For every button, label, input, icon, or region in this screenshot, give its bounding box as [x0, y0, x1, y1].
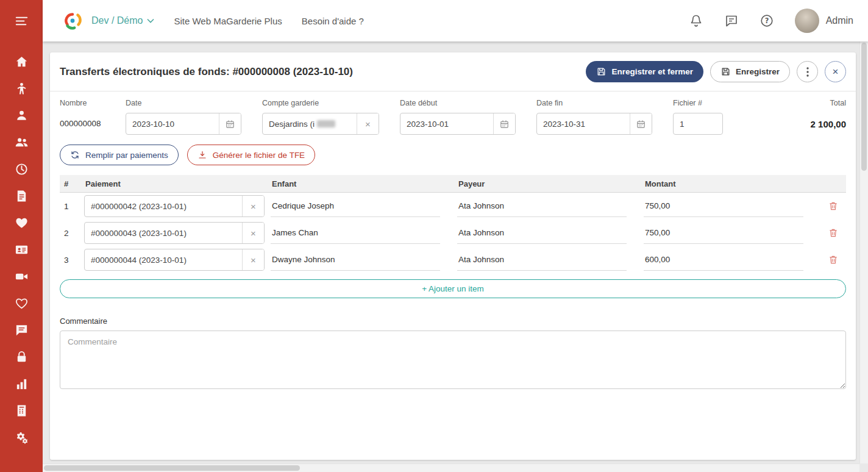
compte-garderie-label: Compte garderie — [262, 99, 379, 107]
fichier-input[interactable] — [674, 113, 722, 134]
items-table: # Paiement Enfant Payeur Montant 1 — [60, 175, 846, 273]
org-name: Dev / Démo — [91, 15, 143, 26]
paiement-clear-button[interactable]: × — [242, 223, 264, 243]
delete-row-button[interactable] — [827, 199, 840, 213]
save-and-close-button[interactable]: Enregistrer et fermer — [586, 61, 703, 82]
clock-icon — [15, 162, 29, 176]
topbar: Dev / Démo Site Web MaGarderie Plus Beso… — [43, 0, 868, 41]
enfant-cell[interactable]: Dwayne Johnson — [271, 249, 440, 271]
paiement-input[interactable] — [85, 223, 242, 243]
sidebar-item-lock[interactable] — [0, 350, 43, 364]
col-montant: Montant — [644, 179, 820, 188]
horizontal-scrollbar[interactable] — [43, 463, 859, 472]
paiement-select[interactable]: × — [84, 195, 265, 217]
paiement-input[interactable] — [85, 196, 242, 216]
date-calendar-button[interactable] — [219, 113, 241, 134]
app-root: Dev / Démo Site Web MaGarderie Plus Beso… — [0, 0, 868, 472]
more-options-button[interactable] — [797, 61, 818, 82]
remplir-label: Remplir par paiements — [85, 151, 168, 160]
payeur-cell[interactable]: Ata Johnson — [457, 249, 627, 271]
close-button[interactable]: × — [825, 61, 846, 82]
form-fields: Nombre 000000008 Date — [60, 99, 846, 135]
remplir-par-paiements-button[interactable]: Remplir par paiements — [60, 145, 179, 165]
paiement-clear-button[interactable]: × — [242, 196, 264, 216]
save-button[interactable]: Enregistrer — [710, 61, 790, 82]
messages-icon[interactable] — [724, 13, 739, 28]
date-fin-input[interactable] — [537, 113, 630, 134]
sidebar-item-chart[interactable] — [0, 377, 43, 391]
date-fin-calendar-button[interactable] — [630, 113, 652, 134]
person-icon — [15, 109, 29, 123]
card-body: Nombre 000000008 Date — [50, 91, 856, 399]
generer-fichier-tfe-button[interactable]: Générer le fichier de TFE — [187, 145, 315, 165]
scrollbar-thumb[interactable] — [44, 465, 300, 471]
help-circle-icon[interactable]: ? — [760, 13, 774, 28]
delete-row-button[interactable] — [827, 226, 840, 240]
sidebar-item-video[interactable] — [0, 270, 43, 284]
sidebar-item-settings[interactable] — [0, 431, 43, 445]
payeur-cell[interactable]: Ata Johnson — [457, 195, 627, 217]
site-web-link[interactable]: Site Web MaGarderie Plus — [174, 16, 282, 26]
add-item-button[interactable]: + Ajouter un item — [60, 279, 846, 298]
payeur-cell[interactable]: Ata Johnson — [457, 222, 627, 244]
avatar — [795, 9, 819, 33]
field-compte-garderie: Compte garderie Desjardins (i × — [262, 99, 379, 135]
field-nombre: Nombre 000000008 — [60, 99, 105, 135]
sidebar-item-invoice[interactable] — [0, 189, 43, 203]
paiement-clear-button[interactable]: × — [242, 249, 264, 270]
username: Admin — [826, 15, 853, 26]
nombre-value: 000000008 — [60, 113, 105, 128]
tfe-card: Transferts électroniques de fonds: #0000… — [50, 52, 856, 460]
sidebar-item-home[interactable] — [0, 55, 43, 69]
sidebar-item-person[interactable] — [0, 109, 43, 123]
field-total: Total 2 100,00 — [811, 99, 846, 135]
sidebar-item-chat[interactable] — [0, 323, 43, 337]
app-logo[interactable] — [61, 9, 84, 32]
user-menu[interactable]: Admin — [795, 9, 853, 33]
notifications-bell-icon[interactable] — [689, 13, 703, 28]
date-label: Date — [126, 99, 241, 107]
date-input[interactable] — [126, 113, 219, 134]
save-and-close-label: Enregistrer et fermer — [611, 67, 693, 76]
sidebar-item-heart-outline[interactable] — [0, 296, 43, 310]
date-debut-input[interactable] — [400, 113, 493, 134]
total-label: Total — [830, 99, 846, 107]
enfant-cell[interactable]: Cedrique Joseph — [271, 195, 440, 217]
page-content: Transferts électroniques de fonds: #0000… — [43, 41, 868, 472]
date-debut-calendar-button[interactable] — [493, 113, 515, 134]
montant-cell[interactable]: 600,00 — [644, 249, 803, 271]
sidebar-item-id-card[interactable] — [0, 243, 43, 257]
compte-garderie-clear-button[interactable]: × — [357, 113, 379, 134]
chevron-down-icon — [147, 18, 154, 23]
montant-cell[interactable]: 750,00 — [644, 222, 803, 244]
compte-garderie-select[interactable]: Desjardins (i × — [262, 113, 379, 135]
org-switcher[interactable]: Dev / Démo — [91, 15, 154, 26]
menu-toggle-button[interactable] — [0, 0, 43, 41]
date-fin-label: Date fin — [536, 99, 652, 107]
svg-text:?: ? — [764, 16, 769, 25]
vertical-scrollbar[interactable] — [859, 41, 868, 463]
enfant-cell[interactable]: James Chan — [271, 222, 440, 244]
compte-garderie-value: Desjardins (i — [269, 120, 315, 129]
row-number: 1 — [60, 202, 84, 211]
child-icon — [15, 82, 29, 96]
commentaire-textarea[interactable] — [60, 331, 846, 389]
table-header: # Paiement Enfant Payeur Montant — [60, 175, 846, 193]
paiement-select[interactable]: × — [84, 249, 265, 271]
delete-row-button[interactable] — [827, 253, 840, 266]
sidebar-item-heart[interactable] — [0, 216, 43, 230]
paiement-input[interactable] — [85, 249, 242, 270]
paiement-select[interactable]: × — [84, 222, 265, 244]
lock-icon — [15, 350, 29, 364]
sidebar-item-report[interactable] — [0, 404, 43, 418]
total-value: 2 100,00 — [811, 113, 846, 129]
montant-cell[interactable]: 750,00 — [644, 195, 803, 217]
table-row: 3 × Dwayne Johnson Ata Johnson 600,00 — [60, 246, 846, 273]
sidebar-item-child[interactable] — [0, 82, 43, 96]
sidebar-item-clock[interactable] — [0, 162, 43, 176]
scrollbar-thumb[interactable] — [861, 43, 867, 171]
help-link[interactable]: Besoin d'aide ? — [302, 16, 364, 26]
clear-x-icon: × — [365, 119, 371, 129]
sidebar-item-people[interactable] — [0, 135, 43, 149]
chat-icon — [15, 323, 29, 337]
